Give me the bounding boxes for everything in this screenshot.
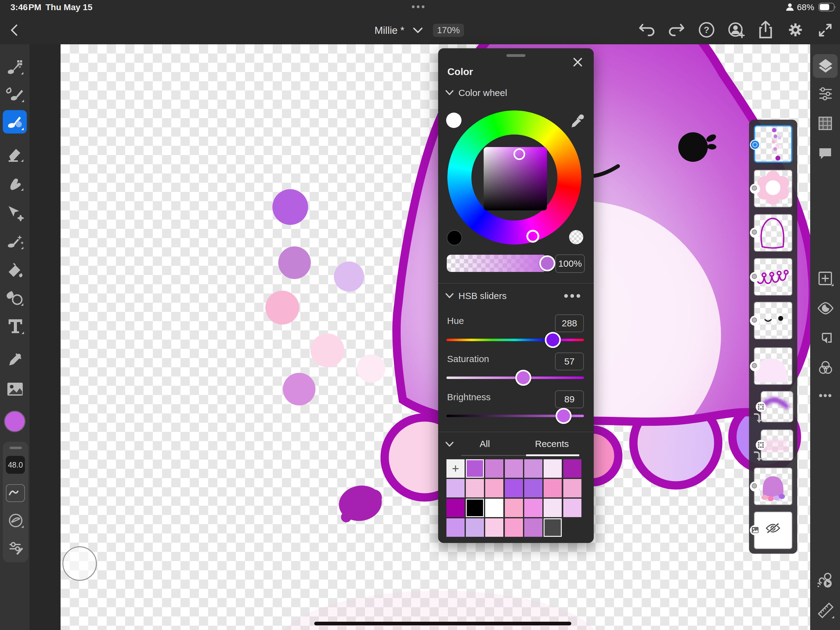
svg-text:?: ?	[704, 25, 709, 35]
